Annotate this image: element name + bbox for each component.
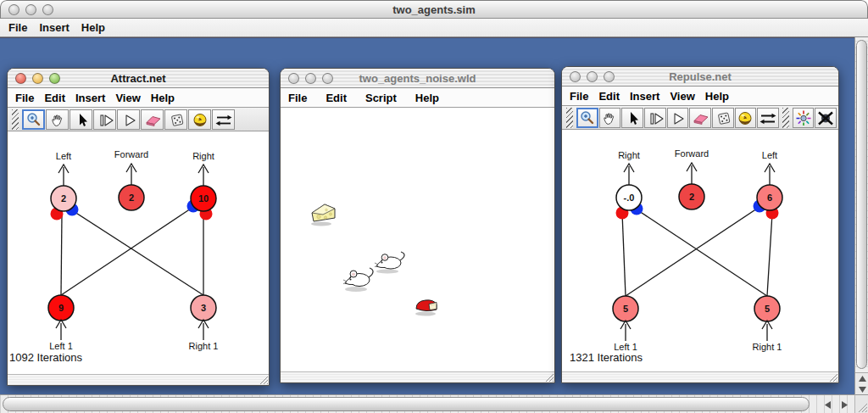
repulse-titlebar[interactable]: Repulse.net xyxy=(562,67,838,87)
world-canvas xyxy=(281,109,554,373)
resize-grip[interactable] xyxy=(543,371,554,382)
mouse-sprite[interactable] xyxy=(375,250,407,274)
node-value: 6 xyxy=(767,193,772,203)
attract-toolbar xyxy=(8,108,269,131)
swap-arrows-icon xyxy=(758,109,778,126)
menu-file[interactable]: File xyxy=(570,90,588,103)
pan-tool-button[interactable] xyxy=(599,108,621,128)
arrow-down-icon xyxy=(859,387,866,393)
randomize-button[interactable] xyxy=(164,109,187,130)
vertical-scrollbar[interactable] xyxy=(854,37,868,394)
noise-off-icon xyxy=(816,109,835,126)
node-value: 2 xyxy=(61,193,66,204)
erase-button[interactable] xyxy=(689,108,711,128)
horizontal-scrollbar[interactable] xyxy=(0,394,854,413)
node-value: 3 xyxy=(201,303,206,313)
output-label: Left xyxy=(762,150,777,160)
output-node-right[interactable]: -.0 xyxy=(616,185,642,210)
iterations-status: 1092 Iterations xyxy=(9,351,83,364)
lamp-icon xyxy=(736,109,754,126)
zoom-tool-button[interactable] xyxy=(22,109,45,130)
erase-button[interactable] xyxy=(141,109,164,130)
repulse-status-strip xyxy=(562,371,838,382)
menu-insert[interactable]: Insert xyxy=(39,21,69,34)
output-label: Right xyxy=(192,151,214,161)
output-label: Forward xyxy=(114,149,148,159)
node-value: 5 xyxy=(623,304,628,314)
toolbar-drag-handle[interactable] xyxy=(566,108,573,128)
play-icon xyxy=(668,109,687,126)
lamp-button[interactable] xyxy=(735,108,757,128)
output-node-left[interactable]: 6 xyxy=(757,185,782,210)
main-resize-corner[interactable] xyxy=(854,394,868,413)
scroll-right-button[interactable] xyxy=(836,399,853,410)
input-node-right1[interactable]: 5 xyxy=(754,296,780,321)
output-node-forward[interactable]: 2 xyxy=(679,184,704,209)
input-node-left1[interactable]: 9 xyxy=(48,295,74,321)
mouse-sprite[interactable] xyxy=(343,265,376,293)
main-titlebar[interactable]: two_agents.sim xyxy=(0,0,868,19)
input-label: Left 1 xyxy=(49,341,73,351)
main-menubar: File Insert Help xyxy=(0,19,868,37)
run-button[interactable] xyxy=(667,108,689,128)
resize-grip[interactable] xyxy=(258,374,269,385)
noise-off-button[interactable] xyxy=(815,108,837,128)
repulse-network: Right Forward Left -.0 2 6 xyxy=(562,131,838,373)
zoom-in-icon xyxy=(25,111,43,128)
red-cheese-sprite[interactable] xyxy=(415,294,440,316)
menu-insert[interactable]: Insert xyxy=(75,92,105,104)
input-label: Right 1 xyxy=(189,341,219,351)
randomize-button[interactable] xyxy=(712,108,734,128)
node-value: -.0 xyxy=(624,193,635,203)
toolbar-drag-handle[interactable] xyxy=(782,108,789,128)
run-button[interactable] xyxy=(117,109,140,130)
menu-insert[interactable]: Insert xyxy=(630,90,659,103)
menu-help[interactable]: Help xyxy=(81,21,105,34)
menu-script[interactable]: Script xyxy=(365,92,397,104)
zoom-tool-button[interactable] xyxy=(576,108,598,128)
output-node-forward[interactable]: 2 xyxy=(119,185,144,210)
scroll-left-button[interactable] xyxy=(819,399,836,410)
menu-file[interactable]: File xyxy=(8,21,27,34)
pointer-tool-button[interactable] xyxy=(70,109,92,130)
menu-help[interactable]: Help xyxy=(415,92,439,104)
resize-grip[interactable] xyxy=(827,371,838,382)
menu-help[interactable]: Help xyxy=(705,90,729,103)
connection-lines xyxy=(622,207,772,296)
pan-hand-icon xyxy=(48,111,67,128)
output-label: Left xyxy=(56,151,71,161)
output-label: Right xyxy=(618,150,640,160)
output-node-right[interactable]: 10 xyxy=(191,186,216,211)
pan-tool-button[interactable] xyxy=(46,109,69,130)
arrow-left-icon xyxy=(825,401,831,409)
toolbar-drag-handle[interactable] xyxy=(12,109,19,130)
step-button[interactable] xyxy=(644,108,666,128)
attract-titlebar[interactable]: Attract.net xyxy=(8,69,269,88)
pointer-tool-button[interactable] xyxy=(621,108,643,128)
menu-edit[interactable]: Edit xyxy=(598,90,620,103)
resize-grip xyxy=(855,395,868,413)
swiss-cheese-sprite[interactable] xyxy=(310,203,337,226)
step-button[interactable] xyxy=(93,109,116,130)
menu-file[interactable]: File xyxy=(288,92,307,104)
attract-canvas: Left Forward Right 2 2 xyxy=(8,133,269,376)
menu-view[interactable]: View xyxy=(115,92,140,104)
output-node-left[interactable]: 2 xyxy=(51,186,76,211)
menu-file[interactable]: File xyxy=(15,92,34,104)
world-titlebar[interactable]: two_agents_noise.wld xyxy=(281,69,554,88)
menu-view[interactable]: View xyxy=(670,90,694,103)
vertical-scrollbar-thumb[interactable] xyxy=(856,40,867,369)
lamp-button[interactable] xyxy=(188,109,211,130)
swap-button[interactable] xyxy=(212,109,235,130)
input-node-right1[interactable]: 3 xyxy=(191,295,216,321)
scroll-up-button[interactable] xyxy=(855,373,868,384)
arrow-up-icon xyxy=(859,376,866,382)
horizontal-scrollbar-thumb[interactable] xyxy=(3,397,810,411)
menu-edit[interactable]: Edit xyxy=(44,92,65,104)
noise-button[interactable] xyxy=(793,108,815,128)
menu-edit[interactable]: Edit xyxy=(326,92,347,104)
horizontal-scroll-arrows xyxy=(819,395,853,413)
input-node-left1[interactable]: 5 xyxy=(613,296,638,321)
menu-help[interactable]: Help xyxy=(151,92,175,104)
swap-button[interactable] xyxy=(757,108,779,128)
